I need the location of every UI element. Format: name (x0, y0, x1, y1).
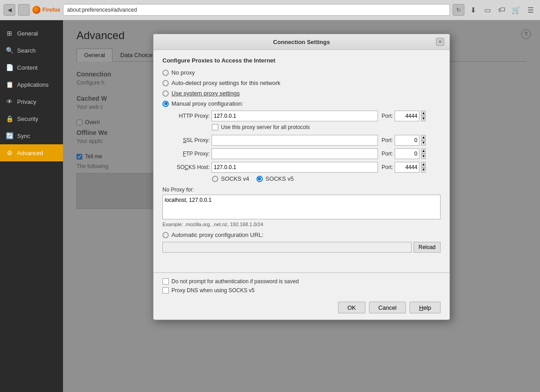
applications-icon: 📋 (5, 80, 14, 89)
sidebar-item-privacy[interactable]: 👁 Privacy (0, 93, 63, 110)
container-icon[interactable]: ▭ (482, 4, 493, 16)
firefox-icon (32, 6, 40, 14)
connection-settings-dialog: Connection Settings × Configure Proxies … (153, 34, 450, 320)
ftp-port-label: Port: (382, 151, 393, 157)
ftp-port-up[interactable]: ▲ (421, 148, 426, 154)
sync-icon: 🔄 (5, 132, 14, 140)
sidebar-item-sync[interactable]: 🔄 Sync (0, 127, 63, 144)
radio-manual-proxy-row: Manual proxy configuration: (162, 100, 441, 107)
proxy-dns-label: Proxy DNS when using SOCKS v5 (171, 287, 255, 294)
radio-system-proxy-row: Use system proxy settings (162, 90, 441, 97)
radio-no-proxy[interactable] (162, 70, 169, 76)
http-proxy-label: HTTP Proxy: (171, 113, 210, 119)
dialog-body: Configure Proxies to Access the Internet… (153, 50, 450, 267)
auto-proxy-row: Automatic proxy configuration URL: (162, 232, 441, 238)
socks-host-input[interactable] (212, 162, 378, 173)
radio-manual-proxy[interactable] (162, 101, 169, 107)
general-icon: ⊞ (5, 29, 14, 37)
menu-icon[interactable]: ☰ (525, 4, 536, 16)
dialog-close-button[interactable]: × (436, 38, 444, 46)
footer-checkboxes: Do not prompt for authentication if pass… (153, 278, 450, 294)
ftp-proxy-input[interactable] (212, 148, 378, 159)
radio-socks-v4[interactable] (212, 176, 218, 182)
sidebar-label-security: Security (17, 116, 38, 122)
radio-auto-detect-row: Auto-detect proxy settings for this netw… (162, 80, 441, 86)
http-port-down[interactable]: ▼ (421, 116, 426, 121)
sidebar-item-search[interactable]: 🔍 Search (0, 42, 63, 59)
back-button[interactable]: ◀ (4, 4, 15, 16)
sidebar-item-general[interactable]: ⊞ General (0, 25, 63, 42)
radio-system-proxy-label: Use system proxy settings (171, 90, 240, 97)
socks-port-down[interactable]: ▼ (421, 167, 426, 173)
socks-port-input[interactable] (395, 162, 419, 173)
dialog-title: Connection Settings (167, 39, 436, 45)
forward-button[interactable]: ▶ (18, 4, 30, 16)
radio-socks-v4-label: SOCKS v4 (221, 175, 249, 182)
dialog-section-title: Configure Proxies to Access the Internet (162, 57, 441, 64)
modal-overlay: Connection Settings × Configure Proxies … (63, 20, 540, 392)
radio-system-proxy[interactable] (162, 90, 169, 97)
socks-port-spinner[interactable]: ▲ ▼ (421, 162, 426, 173)
shopping-icon[interactable]: 🛒 (510, 4, 522, 16)
address-bar[interactable]: about:preferences#advanced (63, 4, 450, 16)
http-port-up[interactable]: ▲ (421, 111, 426, 116)
reload-button[interactable]: Reload (414, 242, 441, 253)
ftp-port-spinner[interactable]: ▲ ▼ (421, 148, 426, 159)
firefox-logo: Firefox (32, 6, 60, 14)
help-button[interactable]: Help (410, 302, 441, 313)
footer-checkbox-row-1: Do not prompt for authentication if pass… (162, 278, 441, 285)
sidebar-label-privacy: Privacy (17, 98, 36, 105)
ssl-port-input[interactable] (395, 135, 419, 146)
socks-host-label: SOCKS Host: (171, 164, 210, 170)
no-proxy-label: No Proxy for: (162, 187, 441, 193)
ftp-port-input[interactable] (395, 148, 419, 159)
ok-button[interactable]: OK (338, 302, 365, 313)
use-for-all-checkbox[interactable] (212, 124, 218, 130)
pocket-icon[interactable]: 🏷 (496, 4, 508, 16)
ssl-port-spinner[interactable]: ▲ ▼ (421, 135, 426, 146)
radio-manual-proxy-label: Manual proxy configuration: (171, 100, 243, 107)
socks-v5-row: SOCKS v5 (256, 175, 294, 182)
use-for-all-label: Use this proxy server for all protocols (221, 124, 310, 130)
auto-proxy-input[interactable] (162, 242, 412, 253)
main-layout: ⊞ General 🔍 Search 📄 Content 📋 Applicati… (0, 20, 540, 392)
radio-auto-detect[interactable] (162, 80, 169, 86)
content-icon: 📄 (5, 63, 14, 71)
sidebar-item-security[interactable]: 🔒 Security (0, 110, 63, 127)
no-proxy-textarea[interactable]: localhost, 127.0.0.1 (162, 195, 441, 219)
ftp-proxy-label: FTP Proxy: (171, 151, 210, 157)
cancel-button[interactable]: Cancel (369, 302, 406, 313)
socks-v4-row: SOCKS v4 (212, 175, 249, 182)
http-port-input[interactable] (395, 111, 419, 121)
http-port-label: Port: (382, 113, 393, 119)
socks-port-label: Port: (382, 164, 393, 170)
radio-auto-proxy[interactable] (162, 232, 169, 238)
security-icon: 🔒 (5, 115, 14, 123)
ssl-proxy-input[interactable] (212, 135, 378, 146)
proxy-dns-checkbox[interactable] (162, 287, 169, 294)
search-icon: 🔍 (5, 46, 14, 54)
privacy-icon: 👁 (5, 98, 14, 106)
sidebar: ⊞ General 🔍 Search 📄 Content 📋 Applicati… (0, 20, 63, 392)
example-text: Example: .mozilla.org, .net.nz, 192.168.… (162, 222, 441, 227)
url-text: about:preferences#advanced (67, 7, 137, 13)
ftp-port-down[interactable]: ▼ (421, 154, 426, 159)
http-proxy-input[interactable] (212, 111, 378, 121)
sidebar-item-content[interactable]: 📄 Content (0, 59, 63, 76)
no-prompt-checkbox[interactable] (162, 278, 169, 285)
radio-auto-detect-label: Auto-detect proxy settings for this netw… (171, 80, 280, 86)
sidebar-label-applications: Applications (17, 81, 49, 88)
ssl-port-down[interactable]: ▼ (421, 140, 426, 146)
sidebar-label-search: Search (17, 47, 36, 54)
socks-port-up[interactable]: ▲ (421, 162, 426, 167)
ssl-port-up[interactable]: ▲ (421, 135, 426, 140)
use-for-all-row: Use this proxy server for all protocols (212, 124, 441, 130)
http-port-spinner[interactable]: ▲ ▼ (421, 111, 426, 121)
sidebar-item-applications[interactable]: 📋 Applications (0, 76, 63, 93)
dialog-titlebar: Connection Settings × (153, 34, 450, 50)
radio-socks-v5[interactable] (256, 176, 263, 182)
sidebar-label-content: Content (17, 64, 38, 71)
sidebar-item-advanced[interactable]: ⚙ Advanced (0, 144, 63, 161)
reload-button[interactable]: ↻ (453, 4, 464, 16)
download-icon[interactable]: ⬇ (467, 4, 479, 16)
